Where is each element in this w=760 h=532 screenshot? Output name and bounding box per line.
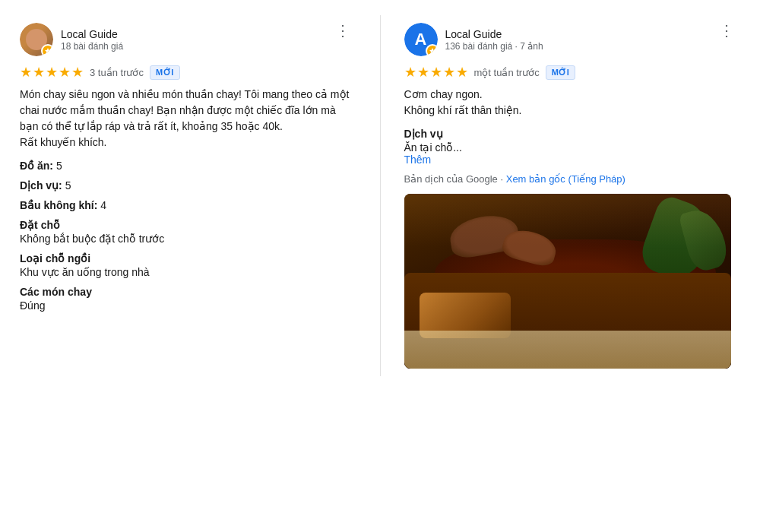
rating-row-left: ★ ★ ★ ★ ★ 3 tuần trước MỚI <box>20 64 356 81</box>
star-3: ★ <box>46 64 58 81</box>
star-r3: ★ <box>430 64 442 81</box>
service-section-right: Dịch vụ Ăn tại chỗ... Thêm <box>404 128 741 166</box>
review-right: A Local Guide 136 bài đánh giá · 7 ảnh ⋮… <box>392 15 753 376</box>
reviews-container: Local Guide 18 bài đánh giá ⋮ ★ ★ ★ ★ ★ … <box>0 0 760 391</box>
veg-value: Đúng <box>20 299 356 312</box>
reviewer-stats-left: 18 bài đánh giá <box>61 41 329 52</box>
star-1: ★ <box>20 64 32 81</box>
translate-row: Bản dịch của Google · Xem bản gốc (Tiếng… <box>404 173 741 185</box>
food-image-art <box>404 194 731 369</box>
veg-label: Các món chay <box>20 286 356 298</box>
stars-right: ★ ★ ★ ★ ★ <box>404 64 468 81</box>
stars-left: ★ ★ ★ ★ ★ <box>20 64 84 81</box>
new-badge-left: MỚI <box>150 65 180 80</box>
atmosphere-value: 4 <box>100 199 106 211</box>
service-label: Dịch vụ: <box>20 179 62 192</box>
them-link[interactable]: Thêm <box>404 154 432 166</box>
reviewer-info-right: Local Guide 136 bài đánh giá · 7 ảnh <box>445 28 714 52</box>
reviewer-role-right: Local Guide <box>445 28 714 40</box>
dich-vu-label: Dịch vụ <box>404 128 741 140</box>
section-veg: Các món chay Đúng <box>20 286 356 312</box>
detail-service: Dịch vụ: 5 <box>20 179 356 192</box>
new-badge-right: MỚI <box>546 65 576 80</box>
detail-food: Đồ ăn: 5 <box>20 160 356 172</box>
service-text-value: Ăn tại chỗ... <box>404 141 462 154</box>
star-4: ★ <box>59 64 71 81</box>
local-guide-badge-right <box>426 44 438 56</box>
svg-marker-0 <box>45 48 51 54</box>
food-label: Đồ ăn: <box>20 160 53 172</box>
more-options-right[interactable]: ⋮ <box>713 20 740 41</box>
food-image <box>404 194 731 369</box>
svg-marker-1 <box>429 48 435 54</box>
service-value: 5 <box>65 179 71 192</box>
star-r5: ★ <box>456 64 468 81</box>
star-r1: ★ <box>404 64 416 81</box>
section-seating: Loại chỗ ngồi Khu vực ăn uống trong nhà <box>20 252 356 278</box>
atmosphere-label: Bầu không khí: <box>20 199 97 211</box>
translate-link[interactable]: Xem bản gốc (Tiếng Pháp) <box>506 173 625 185</box>
rating-row-right: ★ ★ ★ ★ ★ một tuần trước MỚI <box>404 64 741 81</box>
star-r2: ★ <box>417 64 429 81</box>
dich-vu-text: Ăn tại chỗ... Thêm <box>404 141 741 166</box>
star-5: ★ <box>71 64 84 81</box>
divider <box>380 15 381 376</box>
avatar-left <box>20 23 53 56</box>
review-header-left: Local Guide 18 bài đánh giá ⋮ <box>20 23 356 56</box>
booking-label: Đặt chỗ <box>20 219 356 231</box>
reviewer-role-left: Local Guide <box>61 28 329 40</box>
more-options-left[interactable]: ⋮ <box>329 20 356 41</box>
review-text-left: Món chay siêu ngon và nhiều món thuần ch… <box>20 87 356 150</box>
star-r4: ★ <box>443 64 455 81</box>
food-value: 5 <box>56 160 62 172</box>
seating-label: Loại chỗ ngồi <box>20 252 356 264</box>
detail-atmosphere: Bầu không khí: 4 <box>20 199 356 211</box>
time-left: 3 tuần trước <box>90 67 144 78</box>
review-header-right: A Local Guide 136 bài đánh giá · 7 ảnh ⋮ <box>404 23 741 56</box>
star-2: ★ <box>33 64 45 81</box>
reviewer-info-left: Local Guide 18 bài đánh giá <box>61 28 329 52</box>
avatar-right: A <box>404 23 438 56</box>
translate-prefix: Bản dịch của Google <box>404 173 498 185</box>
translate-separator: · <box>500 173 505 185</box>
review-left: Local Guide 18 bài đánh giá ⋮ ★ ★ ★ ★ ★ … <box>8 15 369 376</box>
booking-value: Không bắt buộc đặt chỗ trước <box>20 233 356 245</box>
time-right: một tuần trước <box>474 67 540 78</box>
local-guide-badge-left <box>41 44 53 56</box>
section-booking: Đặt chỗ Không bắt buộc đặt chỗ trước <box>20 219 356 245</box>
reviewer-stats-right: 136 bài đánh giá · 7 ảnh <box>445 41 714 52</box>
review-text-right: Cơm chay ngon.Không khí rất thân thiện. <box>404 87 741 119</box>
seating-value: Khu vực ăn uống trong nhà <box>20 266 356 278</box>
